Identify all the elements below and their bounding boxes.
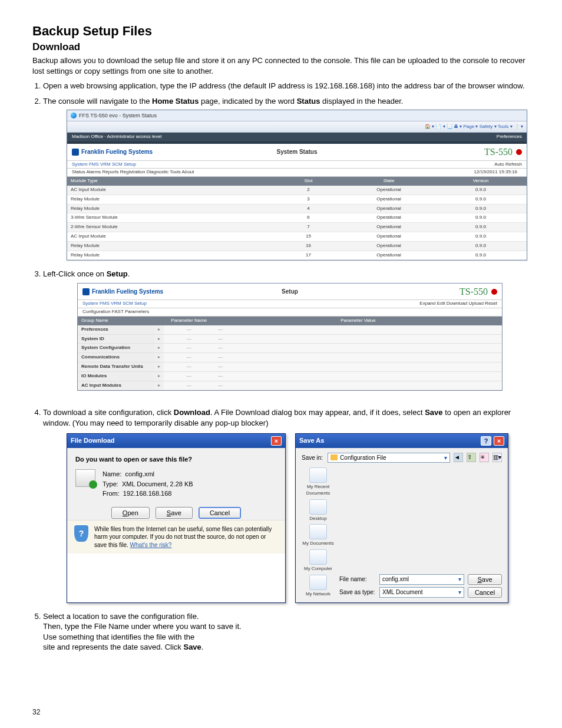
- browser-tab-bar: FFS TS-550 evo - System Status: [67, 110, 527, 121]
- table-row: Relay Module16Operational0.9.0: [67, 241, 527, 251]
- dialog-question: Do you want to open or save this file?: [75, 455, 277, 464]
- back-icon[interactable]: ◄: [454, 453, 463, 462]
- table-row[interactable]: Remote Data Transfer Units▸——: [78, 363, 502, 372]
- save-button[interactable]: Save: [156, 507, 193, 519]
- save-button[interactable]: Save: [468, 574, 502, 585]
- value: XML Document: [382, 588, 423, 597]
- section-heading: Download: [32, 41, 530, 53]
- ie-menu-text[interactable]: Page ▾ Safety ▾ Tools ▾: [464, 124, 513, 129]
- file-icon: [75, 469, 95, 487]
- text: . A File Download dialog box may appear,…: [210, 408, 425, 417]
- place-mynetwork[interactable]: My Network: [302, 575, 335, 598]
- ie-menu[interactable]: 🏠 ▾ 📄 ▾ 📃 🖶 ▾ Page ▾ Safety ▾ Tools ▾ ❔ …: [425, 124, 523, 130]
- value: config.xml: [125, 470, 155, 477]
- views-icon[interactable]: ▥▾: [492, 453, 502, 462]
- text: site and represents the date saved. Clic…: [43, 643, 183, 651]
- page-title: Backup Setup Files: [32, 24, 530, 39]
- step-4: To download a site configuration, click …: [43, 407, 530, 602]
- table-row: Relay Module17Operational0.9.0: [67, 251, 527, 260]
- table-row: 2-Wire Sensor Module7Operational0.9.0: [67, 223, 527, 232]
- preferences-link[interactable]: Preferences: [497, 134, 522, 140]
- place-mydocs[interactable]: My Documents: [302, 524, 335, 547]
- help-icon[interactable]: ?: [481, 436, 491, 446]
- savetype-combo[interactable]: XML Document▾: [379, 587, 464, 598]
- warning-text: While files from the Internet can be use…: [94, 526, 272, 548]
- ffs-logo-icon: [72, 149, 79, 156]
- text: .: [128, 269, 130, 278]
- table-row: Relay Module3Operational0.9.0: [67, 195, 527, 204]
- cancel-button[interactable]: Cancel: [199, 507, 241, 519]
- col-param-value: Parameter Value: [214, 317, 502, 325]
- value: XML Document, 2.28 KB: [122, 480, 193, 487]
- text: Then, type the File Name under where you…: [43, 622, 242, 631]
- step-1: Open a web browsing application, type th…: [43, 81, 530, 91]
- col-version: Version: [435, 177, 527, 186]
- text: Use something that identifies the file w…: [43, 633, 194, 641]
- filename-input[interactable]: config.xml▾: [379, 574, 464, 585]
- open-button[interactable]: Open: [111, 507, 150, 519]
- text-bold: Save: [425, 408, 442, 417]
- step-5: Select a location to save the configurat…: [43, 611, 530, 653]
- close-icon[interactable]: ×: [494, 436, 504, 446]
- setup-table: Group Name Parameter Name Parameter Valu…: [78, 317, 502, 390]
- folder-name: Configuration File: [340, 454, 386, 462]
- table-row[interactable]: IO Modules▸——: [78, 371, 502, 381]
- table-row[interactable]: Communications▸——: [78, 353, 502, 363]
- ffs-logo-icon: [82, 288, 90, 295]
- nav-secondary[interactable]: Status Alarms Reports Registration Diagn…: [72, 169, 194, 176]
- filename-label: File name:: [339, 575, 376, 584]
- place-mycomputer[interactable]: My Computer: [302, 549, 335, 572]
- text-bold: Save: [183, 643, 201, 651]
- place-label: My Recent Documents: [306, 484, 330, 496]
- site-label: Madison Office · Administrator access le…: [72, 134, 161, 140]
- table-row[interactable]: Preferences▸——: [78, 325, 502, 334]
- nav-primary[interactable]: System FMS VRM SCM Setup: [82, 301, 147, 306]
- new-folder-icon[interactable]: ✳: [480, 453, 489, 462]
- status-dot-icon: [516, 149, 522, 155]
- text: Left-Click once on: [43, 269, 107, 278]
- status-dot-icon: [491, 289, 497, 295]
- value: config.xml: [382, 575, 409, 584]
- step-3: Left-Click once on Setup. Franklin Fueli…: [43, 269, 530, 391]
- table-row: AC Input Module15Operational0.9.0: [67, 232, 527, 241]
- table-row[interactable]: AC Input Modules▸——: [78, 381, 502, 390]
- value: 192.168.168.168: [123, 490, 172, 497]
- risk-link[interactable]: What's the risk?: [130, 542, 172, 548]
- up-icon[interactable]: ⇧: [467, 453, 476, 462]
- save-as-dialog: Save As ? × Save in: Configuration File …: [295, 433, 508, 603]
- col-state: State: [343, 177, 435, 186]
- page-header-title: System Status: [277, 148, 318, 156]
- col-slot: Slot: [274, 177, 343, 186]
- text: Select a location to save the configurat…: [43, 612, 199, 621]
- label: Type:: [103, 480, 118, 487]
- ie-toolbar: 🏠 ▾ 📄 ▾ 📃 🖶 ▾ Page ▾ Safety ▾ Tools ▾ ❔ …: [67, 121, 527, 133]
- close-icon[interactable]: ×: [271, 436, 282, 446]
- table-row[interactable]: System ID▸——: [78, 334, 502, 344]
- place-desktop[interactable]: Desktop: [302, 499, 335, 522]
- timestamp: 12/15/2011 15:35:16: [474, 169, 517, 176]
- label: From:: [103, 490, 120, 497]
- screenshot-system-status: FFS TS-550 evo - System Status 🏠 ▾ 📄 ▾ 📃…: [67, 110, 527, 261]
- save-in-combo[interactable]: Configuration File ▾: [328, 453, 450, 463]
- place-recent[interactable]: My Recent Documents: [302, 467, 335, 497]
- setup-actions[interactable]: Expand Edit Download Upload Reset: [419, 301, 497, 307]
- text-bold: Setup: [107, 269, 128, 278]
- globe-icon: [71, 113, 77, 118]
- place-label: My Network: [306, 591, 330, 597]
- file-download-dialog: File Download × Do you want to open or s…: [67, 433, 286, 603]
- col-group-name: Group Name: [78, 317, 154, 325]
- dialog-title: File Download: [71, 436, 115, 445]
- savetype-label: Save as type:: [339, 588, 376, 597]
- step-2: The console will navigate to the Home St…: [43, 96, 530, 261]
- nav-secondary[interactable]: Configuration FAST Parameters: [82, 309, 149, 315]
- text: To download a site configuration, click: [43, 408, 174, 417]
- modules-table: Module Type Slot State Version AC Input …: [67, 177, 527, 260]
- auto-refresh-link[interactable]: Auto Refresh: [494, 162, 522, 168]
- place-label: My Computer: [304, 566, 332, 571]
- table-row[interactable]: System Configuration▸——: [78, 344, 502, 353]
- cancel-button[interactable]: Cancel: [468, 587, 502, 598]
- model-label: TS-550: [459, 285, 488, 298]
- nav-primary[interactable]: System FMS VRM SCM Setup: [72, 162, 136, 167]
- save-in-label: Save in:: [302, 454, 323, 462]
- brand-text: Franklin Fueling Systems: [81, 148, 153, 156]
